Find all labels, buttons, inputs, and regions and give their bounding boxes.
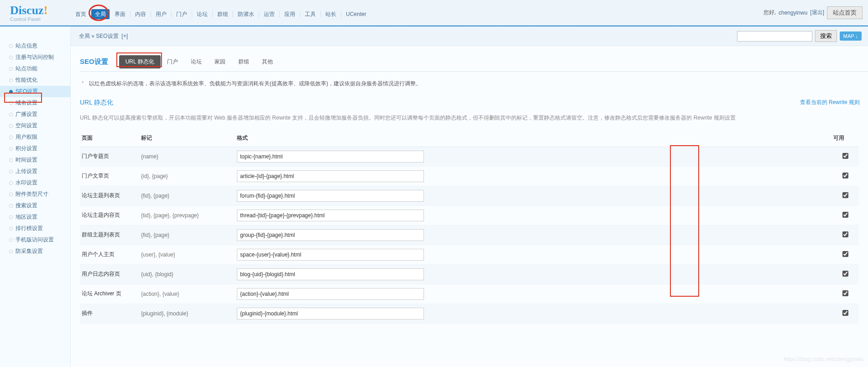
section-desc: URL 静态化可以提高搜索引擎抓取，开启本功能需要对 Web 服务器增加相应的 … [71,110,868,130]
cell-tag: {id}, {page} [139,166,235,186]
topnav-item[interactable]: 群组 [213,11,233,17]
sub-tab[interactable]: 论坛 [184,55,208,68]
th-avail: 可用 [831,130,859,147]
sub-tab[interactable]: 门户 [161,55,184,68]
logo-main: Discuz [10,4,44,17]
sub-tab[interactable]: 群组 [232,55,256,68]
topnav-item[interactable]: 首页 [71,11,91,17]
sidebar-item[interactable]: 注册与访问控制 [0,52,70,63]
cell-page: 用户个人主页 [80,245,139,264]
format-input[interactable] [237,170,424,182]
topnav-item[interactable]: 用户 [151,11,172,17]
header-right: 您好, chengyinwu [退出] 站点首页 [763,0,868,25]
sidebar-item[interactable]: 积分设置 [0,143,70,154]
topnav-item[interactable]: 工具 [300,11,321,17]
available-checkbox[interactable] [842,173,848,178]
sub-tab[interactable]: 其他 [256,55,279,68]
table-row: 用户个人主页{user}, {value} [80,245,859,264]
format-input[interactable] [237,151,424,163]
logo: Discuz! Control Panel [0,0,71,25]
topnav-item[interactable]: 防灌水 [233,11,259,17]
table-row: 门户文章页{id}, {page} [80,166,859,186]
search-input[interactable] [737,31,812,42]
format-input[interactable] [237,249,424,261]
table-row: 群组主题列表页{fid}, {page} [80,225,859,245]
cell-page: 论坛主题内容页 [80,205,139,225]
sidebar-item[interactable]: 排行榜设置 [0,223,70,234]
rewrite-rules-link[interactable]: 查看当前的 Rewrite 规则 [800,99,860,107]
sidebar: 站点信息注册与访问控制站点功能性能优化SEO设置域名设置广播设置空间设置用户权限… [0,26,71,367]
search-button[interactable]: 搜索 [815,30,837,42]
cell-tag: {tid}, {page}, {prevpage} [139,205,235,225]
format-input[interactable] [237,308,424,320]
format-input[interactable] [237,229,424,241]
sidebar-item[interactable]: 防采集设置 [0,246,70,257]
cell-page: 门户专题页 [80,147,139,166]
sidebar-item[interactable]: 上传设置 [0,166,70,177]
sidebar-item[interactable]: 站点信息 [0,40,70,52]
format-input[interactable] [237,268,424,280]
available-checkbox[interactable] [842,271,848,277]
topnav-item[interactable]: 应用 [280,11,300,17]
table-row: 用户日志内容页{uid}, {blogid} [80,264,859,284]
table-row: 论坛主题内容页{tid}, {page}, {prevpage} [80,205,859,225]
url-table: 页面 标记 格式 可用 门户专题页{name}门户文章页{id}, {page}… [80,130,859,324]
sidebar-item[interactable]: 域名设置 [0,97,70,109]
site-home-button[interactable]: 站点首页 [827,6,863,19]
sidebar-item[interactable]: 附件类型尺寸 [0,189,70,200]
page-title: SEO设置 [80,58,108,66]
breadcrumb-plus[interactable]: [+] [121,33,128,39]
th-tag: 标记 [139,130,235,147]
sidebar-item[interactable]: 手机版访问设置 [0,234,70,246]
topnav-item[interactable]: UCenter [341,11,371,17]
available-checkbox[interactable] [842,212,848,218]
section-title: URL 静态化 [80,99,113,107]
topnav-item[interactable]: 界面 [110,11,131,17]
logout-link[interactable]: [退出] [810,9,824,16]
map-button[interactable]: MAP ↓ [840,31,862,41]
table-row: 门户专题页{name} [80,147,859,166]
available-checkbox[interactable] [842,310,848,316]
sidebar-item[interactable]: 水印设置 [0,177,70,189]
topnav-item[interactable]: 内容 [131,11,151,17]
th-page: 页面 [80,130,139,147]
topnav-item[interactable]: 论坛 [192,11,213,17]
sidebar-item[interactable]: 广播设置 [0,109,70,120]
sub-tabs: SEO设置 URL 静态化门户论坛家园群组其他 [80,55,868,72]
sidebar-item[interactable]: 用户权限 [0,131,70,143]
sub-tab[interactable]: URL 静态化 [119,55,161,68]
sidebar-item[interactable]: 搜索设置 [0,200,70,211]
username-link[interactable]: chengyinwu [779,10,807,16]
topnav-item[interactable]: 运营 [259,11,280,17]
greeting: 您好, [763,9,776,16]
topnav-item[interactable]: 门户 [172,11,192,17]
sidebar-item[interactable]: 地区设置 [0,211,70,223]
sidebar-item[interactable]: 时间设置 [0,154,70,166]
sidebar-item[interactable]: SEO设置 [0,86,70,97]
th-fmt: 格式 [235,130,831,147]
topnav-item[interactable]: 站长 [321,11,341,17]
annotation-circle [89,5,109,21]
format-input[interactable] [237,288,424,300]
content: 全局 » SEO设置 [+] 搜索 MAP ↓ SEO设置 URL 静态化门户论… [71,26,868,367]
available-checkbox[interactable] [842,231,848,237]
crumb-row: 全局 » SEO设置 [+] 搜索 MAP ↓ [71,26,868,46]
available-checkbox[interactable] [842,251,848,257]
table-row: 论坛 Archiver 页{action}, {value} [80,284,859,304]
available-checkbox[interactable] [842,290,848,296]
cell-page: 论坛主题列表页 [80,186,139,205]
header: Discuz! Control Panel 首页全局界面内容用户门户论坛群组防灌… [0,0,868,26]
sidebar-item[interactable]: 站点功能 [0,63,70,74]
sidebar-item[interactable]: 性能优化 [0,74,70,86]
cell-tag: {fid}, {page} [139,186,235,205]
format-input[interactable] [237,190,424,202]
logo-sub: Control Panel [10,16,71,22]
sub-tab[interactable]: 家园 [208,55,232,68]
available-checkbox[interactable] [842,192,848,198]
topnav-item[interactable]: 全局 [91,9,110,19]
sidebar-item[interactable]: 空间设置 [0,120,70,131]
top-nav: 首页全局界面内容用户门户论坛群组防灌水运营应用工具站长UCenter [71,0,763,25]
cell-tag: {action}, {value} [139,284,235,304]
format-input[interactable] [237,210,424,221]
available-checkbox[interactable] [842,153,848,159]
